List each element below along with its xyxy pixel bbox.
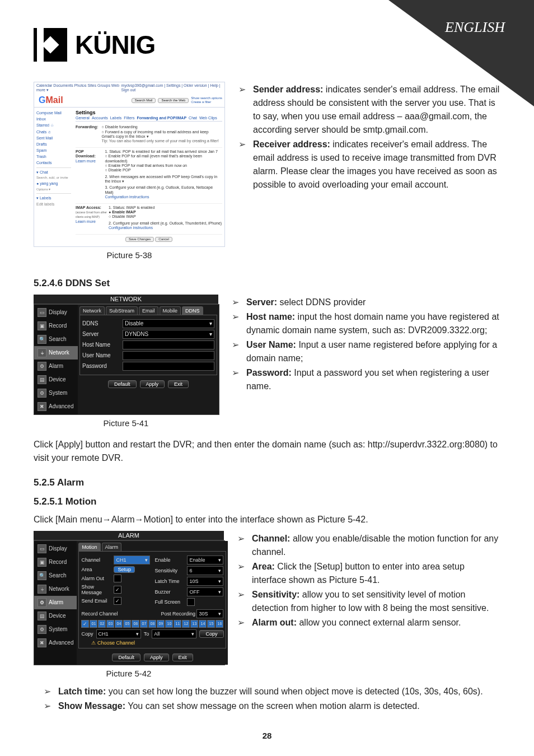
- advanced-icon: ✖: [38, 402, 46, 411]
- display-icon: ▭: [38, 544, 46, 553]
- show-message-checkbox: ✓: [114, 586, 121, 594]
- bullet-arrow-icon: ➢: [237, 532, 246, 559]
- copy-to-select: All▾: [152, 629, 196, 638]
- bullet-arrow-icon: ➢: [232, 310, 241, 337]
- channel-grid: ✓ 01 02 03 04 05 06 07 08 09 10: [81, 620, 223, 628]
- logo-text: KÜNIG: [75, 30, 155, 60]
- language-label: ENGLISH: [445, 19, 505, 36]
- bullet-ddns-password: ➢Password: Input a password you set when…: [232, 366, 500, 393]
- page-corner-fold: [388, 0, 534, 106]
- page-number: 28: [0, 731, 534, 740]
- system-icon: ⚙: [38, 389, 46, 398]
- network-icon: ⏚: [38, 585, 46, 594]
- bullet-alarm-out: ➢Alarm out: allow you connect external a…: [237, 616, 500, 629]
- dropdown-icon: ▾: [218, 578, 221, 584]
- figure-5-42: ALARM ▭Display ▣Record 🔍Search ⏚Network …: [34, 531, 224, 684]
- dropdown-icon: ▾: [218, 611, 221, 617]
- send-email-checkbox: ✓: [114, 597, 121, 605]
- gmail-save-button: Save Changes: [125, 237, 154, 242]
- full-screen-checkbox: [187, 598, 195, 606]
- ddns-followup-text: Click [Apply] button and restart the DVR…: [34, 438, 500, 465]
- alarm-icon: ⚙: [38, 598, 46, 607]
- figure-5-38: Calendar Documents Photos Sites Groups W…: [34, 82, 225, 265]
- dropdown-icon: ▾: [145, 557, 148, 563]
- figure-5-42-caption: Picture 5-42: [106, 669, 152, 678]
- bullet-arrow-icon: ➢: [44, 685, 53, 698]
- username-input: [123, 351, 214, 360]
- hostname-input: [123, 340, 214, 349]
- dropdown-icon: ▾: [191, 631, 194, 637]
- search-mail-button: Search Mail: [132, 98, 156, 103]
- exit-button: Exit: [168, 380, 189, 388]
- bullet-ddns-server: ➢Server: select DDNS provider: [232, 296, 500, 309]
- ddns-select: Disable▾: [123, 319, 214, 328]
- gmail-settings-main: Settings GeneralAccountsLabelsFiltersFor…: [73, 108, 224, 246]
- buzzer-select: OFF▾: [187, 587, 223, 596]
- record-icon: ▣: [38, 558, 46, 567]
- figure-5-41-caption: Picture 5-41: [104, 418, 149, 428]
- heading-5-2-5: 5.2.5 Alarm: [34, 477, 500, 488]
- bullet-arrow-icon: ➢: [237, 616, 246, 629]
- dropdown-icon: ▾: [218, 589, 221, 595]
- advanced-icon: ✖: [38, 638, 46, 647]
- bullet-alarm-channel: ➢Channel: allow you enable/disable the m…: [237, 532, 500, 559]
- bullet-arrow-icon: ➢: [44, 699, 53, 713]
- gmail-top-links: Calendar Documents Photos Sites Groups W…: [36, 83, 121, 93]
- alarm-window-title: ALARM: [34, 531, 224, 540]
- heading-5-2-4-6: 5.2.4.6 DDNS Set: [34, 278, 500, 289]
- bullet-arrow-icon: ➢: [238, 83, 247, 137]
- bullet-ddns-host: ➢Host name: input the host domain name y…: [232, 310, 500, 337]
- heading-5-2-5-1: 5.2.5.1 Motion: [34, 496, 500, 507]
- device-icon: ▤: [38, 375, 46, 384]
- latch-time-select: 10S▾: [187, 577, 223, 586]
- dropdown-icon: ▾: [136, 631, 139, 637]
- dvr-sidebar: ▭Display ▣Record 🔍Search ⏚Network ⚙Alarm…: [34, 541, 77, 665]
- network-icon: ⏚: [38, 348, 46, 357]
- area-setup-button: Setup: [114, 566, 135, 573]
- password-input: [123, 362, 214, 371]
- alarm-tabs: MotionAlarm: [77, 541, 228, 551]
- gmail-logo: GMail: [36, 95, 65, 106]
- dropdown-icon: ▾: [218, 557, 221, 563]
- motion-lead-text: Click [Main menu→Alarm→Motion] to enter …: [34, 513, 500, 526]
- sensitivity-select: 6▾: [187, 566, 223, 575]
- search-icon: 🔍: [38, 571, 46, 580]
- alarm-out-checkbox: [114, 575, 121, 582]
- channel-select: CH1▾: [114, 556, 150, 564]
- search-icon: 🔍: [38, 335, 46, 344]
- search-hint: Show search options Create a filter: [191, 96, 222, 104]
- dropdown-icon: ▾: [209, 331, 212, 337]
- exit-button: Exit: [172, 654, 193, 661]
- logo-icon: [34, 28, 67, 62]
- figure-5-38-caption: Picture 5-38: [107, 250, 152, 260]
- copy-button: Copy: [199, 630, 223, 638]
- gmail-account-link: mydvsp390@gmail.com | Settings | Older v…: [121, 83, 222, 93]
- device-icon: ▤: [38, 612, 46, 620]
- dropdown-icon: ▾: [218, 568, 221, 573]
- alarm-icon: ⚙: [38, 362, 46, 371]
- system-icon: ⚙: [38, 625, 46, 634]
- apply-button: Apply: [144, 654, 169, 661]
- bullet-arrow-icon: ➢: [237, 560, 246, 587]
- apply-button: Apply: [140, 380, 165, 388]
- bullet-arrow-icon: ➢: [232, 366, 241, 393]
- gmail-nav: Compose Mail Inbox Starred ☆ Chats ♫ Sen…: [34, 108, 73, 246]
- dvr-sidebar: ▭Display ▣Record 🔍Search ⏚Network ⚙Alarm…: [34, 305, 78, 414]
- dvr-tabs: NetworkSubStreamEmailMobileDDNS: [78, 305, 219, 315]
- default-button: Default: [108, 380, 137, 388]
- bullet-arrow-icon: ➢: [237, 588, 246, 615]
- display-icon: ▭: [38, 308, 46, 317]
- bullet-arrow-icon: ➢: [238, 138, 247, 192]
- bullet-arrow-icon: ➢: [232, 296, 241, 309]
- bullet-receiver-address: ➢ Receiver address: indicates receiver's…: [238, 138, 500, 192]
- gmail-cancel-button: Cancel: [155, 237, 172, 242]
- copy-from-select: CH1▾: [96, 629, 141, 638]
- default-button: Default: [112, 654, 140, 661]
- record-icon: ▣: [38, 321, 46, 330]
- bullet-alarm-sensitivity: ➢Sensitivity: allow you to set sensitivi…: [237, 588, 500, 615]
- search-web-button: Search the Web: [158, 98, 189, 103]
- post-recording-select: 30S▾: [196, 609, 223, 618]
- bullet-ddns-user: ➢User Name: Input a user name registered…: [232, 338, 500, 365]
- server-select: DYNDNS▾: [123, 330, 214, 339]
- dropdown-icon: ▾: [209, 320, 212, 326]
